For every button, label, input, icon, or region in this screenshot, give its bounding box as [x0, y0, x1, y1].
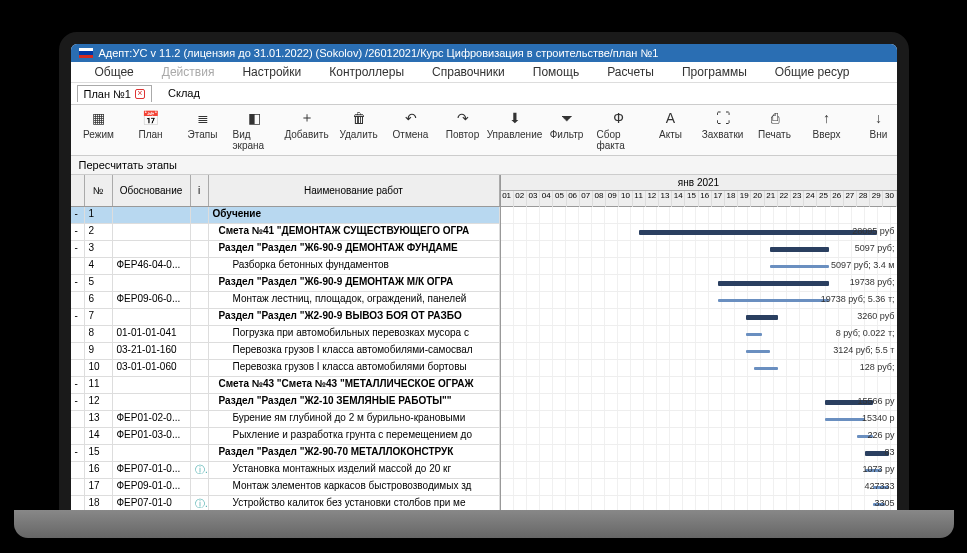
gantt-row[interactable]: 83 [501, 445, 897, 462]
row-work-name: Раздел "Раздел "Ж6-90-9 ДЕМОНТАЖ ФУНДАМЕ [209, 241, 500, 257]
menu-действия[interactable]: Действия [162, 65, 215, 79]
gantt-row[interactable]: 19738 руб; 5.36 т; [501, 292, 897, 309]
expand-toggle[interactable]: - [71, 224, 85, 240]
gantt-bar[interactable] [639, 230, 877, 235]
tab-Склад[interactable]: Склад [162, 85, 206, 102]
day-tick: 24 [804, 191, 817, 207]
row-work-name: Раздел "Раздел "Ж2-90-9 ВЫВОЗ БОЯ ОТ РАЗ… [209, 309, 500, 325]
вид экрана-button[interactable]: ◧Вид экрана [233, 109, 277, 151]
row-number: 3 [85, 241, 113, 257]
table-row[interactable]: -7Раздел "Раздел "Ж2-90-9 ВЫВОЗ БОЯ ОТ Р… [71, 309, 500, 326]
expand-toggle[interactable]: - [71, 445, 85, 461]
gantt-row[interactable]: 15566 ру [501, 394, 897, 411]
expand-toggle[interactable]: - [71, 241, 85, 257]
gantt-row[interactable]: 28095 руб [501, 224, 897, 241]
menu-справочники[interactable]: Справочники [432, 65, 505, 79]
toolbar-label: Вни [870, 129, 888, 140]
table-row[interactable]: 16ФЕР07-01-0...ⓘУстановка монтажных изде… [71, 462, 500, 479]
table-row[interactable]: -11Смета №43 "Смета №43 "МЕТАЛЛИЧЕСКОЕ О… [71, 377, 500, 394]
gantt-row[interactable] [501, 377, 897, 394]
gantt-bar[interactable] [718, 281, 829, 286]
expand-toggle[interactable]: - [71, 309, 85, 325]
table-row[interactable]: -1Обучение [71, 207, 500, 224]
table-row[interactable]: 13ФЕР01-02-0...Бурение ям глубиной до 2 … [71, 411, 500, 428]
акты-button[interactable]: ААкты [649, 109, 693, 151]
row-number: 7 [85, 309, 113, 325]
фильтр-button[interactable]: ⏷Фильтр [545, 109, 589, 151]
table-row[interactable]: -3Раздел "Раздел "Ж6-90-9 ДЕМОНТАЖ ФУНДА… [71, 241, 500, 258]
gantt-chart[interactable]: янв 2021 0102030405060708091011121314151… [501, 175, 897, 532]
gantt-row[interactable]: 226 ру [501, 428, 897, 445]
gantt-bar[interactable] [718, 299, 829, 302]
table-row[interactable]: -5Раздел "Раздел "Ж6-90-9 ДЕМОНТАЖ М/К О… [71, 275, 500, 292]
управление-button[interactable]: ⬇Управление [493, 109, 537, 151]
menu-помощь[interactable]: Помощь [533, 65, 579, 79]
gantt-row[interactable]: 3124 руб; 5.5 т [501, 343, 897, 360]
table-row[interactable]: 4ФЕР46-04-0...Разборка бетонных фундамен… [71, 258, 500, 275]
table-row[interactable]: 17ФЕР09-01-0...Монтаж элементов каркасов… [71, 479, 500, 496]
info-icon[interactable]: ⓘ [191, 462, 209, 478]
план-button[interactable]: 📅План [129, 109, 173, 151]
expand-toggle[interactable]: - [71, 207, 85, 223]
gantt-row[interactable]: 128 руб; [501, 360, 897, 377]
table-row[interactable]: -2Смета №41 "ДЕМОНТАЖ СУЩЕСТВУЮЩЕГО ОГРА [71, 224, 500, 241]
gantt-row[interactable]: 19738 руб; [501, 275, 897, 292]
gantt-row[interactable]: 5097 руб; 3.4 м [501, 258, 897, 275]
отмена-button[interactable]: ↶Отмена [389, 109, 433, 151]
сбор факта-button[interactable]: ФСбор факта [597, 109, 641, 151]
режим-button[interactable]: ▦Режим [77, 109, 121, 151]
gantt-bar[interactable] [770, 247, 829, 252]
info-icon [191, 360, 209, 376]
recalc-stages-button[interactable]: Пересчитать этапы [79, 159, 177, 171]
gantt-row[interactable]: 427333 [501, 479, 897, 496]
вни-button[interactable]: ↓Вни [857, 109, 901, 151]
gantt-bar[interactable] [746, 333, 762, 336]
day-tick: 23 [791, 191, 804, 207]
menu-контроллеры[interactable]: Контроллеры [329, 65, 404, 79]
row-work-name: Раздел "Раздел "Ж2-90-70 МЕТАЛЛОКОНСТРУК [209, 445, 500, 461]
menu-общее[interactable]: Общее [95, 65, 134, 79]
gantt-row[interactable]: 3260 руб [501, 309, 897, 326]
повтор-button[interactable]: ↷Повтор [441, 109, 485, 151]
expand-toggle[interactable]: - [71, 394, 85, 410]
захватки-button[interactable]: ⛶Захватки [701, 109, 745, 151]
gantt-bar[interactable] [770, 265, 829, 268]
row-justification [113, 207, 191, 223]
menu-расчеты[interactable]: Расчеты [607, 65, 654, 79]
gantt-value-label: 19738 руб; 5.36 т; [821, 294, 895, 304]
gantt-row[interactable]: 15340 р [501, 411, 897, 428]
печать-button[interactable]: ⎙Печать [753, 109, 797, 151]
table-row[interactable]: -12Раздел "Раздел "Ж2-10 ЗЕМЛЯНЫЕ РАБОТЫ… [71, 394, 500, 411]
menu-общие ресур[interactable]: Общие ресур [775, 65, 850, 79]
menu-настройки[interactable]: Настройки [242, 65, 301, 79]
tab-План №1[interactable]: План №1× [77, 85, 153, 102]
sub-toolbar[interactable]: Пересчитать этапы [71, 156, 897, 175]
app-title: Адепт:УС v 11.2 (лицензия до 31.01.2022)… [99, 47, 659, 59]
close-icon[interactable]: × [135, 89, 145, 99]
row-justification: 01-01-01-041 [113, 326, 191, 342]
gantt-bar[interactable] [754, 367, 778, 370]
table-row[interactable]: 801-01-01-041Погрузка при автомобильных … [71, 326, 500, 343]
gantt-bar[interactable] [746, 350, 770, 353]
table-row[interactable]: 903-21-01-160Перевозка грузов I класса а… [71, 343, 500, 360]
row-number: 10 [85, 360, 113, 376]
удалить-button[interactable]: 🗑Удалить [337, 109, 381, 151]
table-row[interactable]: 14ФЕР01-03-0...Рыхление и разработка гру… [71, 428, 500, 445]
table-row[interactable]: 6ФЕР09-06-0...Монтаж лестниц, площадок, … [71, 292, 500, 309]
gantt-row[interactable] [501, 207, 897, 224]
table-row[interactable]: -15Раздел "Раздел "Ж2-90-70 МЕТАЛЛОКОНСТ… [71, 445, 500, 462]
table-row[interactable]: 1003-01-01-060Перевозка грузов I класса … [71, 360, 500, 377]
menu-программы[interactable]: Программы [682, 65, 747, 79]
expand-toggle[interactable]: - [71, 275, 85, 291]
gantt-row[interactable]: 8 руб; 0.022 т; [501, 326, 897, 343]
day-tick: 11 [633, 191, 646, 207]
gantt-row[interactable]: 5097 руб; [501, 241, 897, 258]
вверх-button[interactable]: ↑Вверх [805, 109, 849, 151]
добавить-button[interactable]: ＋Добавить [285, 109, 329, 151]
gantt-bar[interactable] [746, 315, 778, 320]
gantt-bar[interactable] [825, 418, 865, 421]
info-icon [191, 241, 209, 257]
этапы-button[interactable]: ≣Этапы [181, 109, 225, 151]
expand-toggle[interactable]: - [71, 377, 85, 393]
gantt-row[interactable]: 1073 ру [501, 462, 897, 479]
